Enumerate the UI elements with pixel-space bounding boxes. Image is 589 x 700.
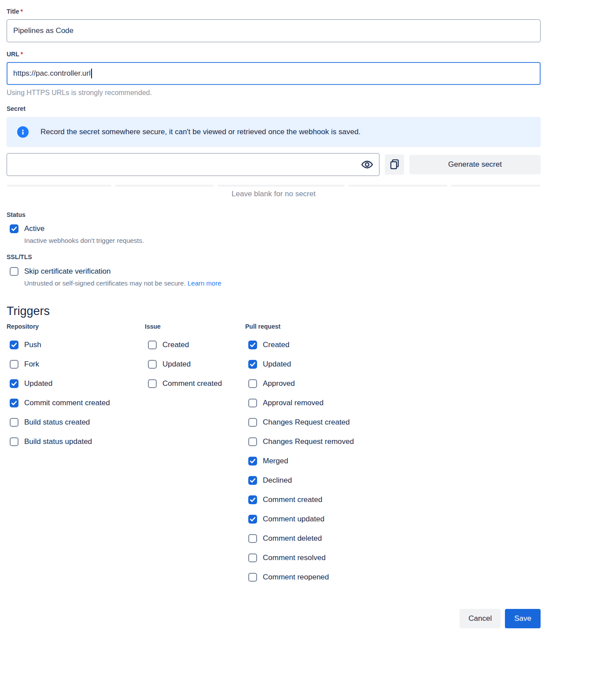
trigger-row-comment-resolved[interactable]: Comment resolved <box>245 553 541 562</box>
trigger-checkbox-push[interactable] <box>10 341 18 349</box>
trigger-checkbox-build-status-created[interactable] <box>10 418 18 427</box>
trigger-checkbox-label[interactable]: Declined <box>263 476 292 485</box>
divider-segment <box>217 185 345 187</box>
status-help-text: Inactive webhooks don't trigger requests… <box>24 237 541 244</box>
trigger-row-merged[interactable]: Merged <box>245 457 541 465</box>
required-asterisk: * <box>21 8 23 15</box>
trigger-row-approval-removed[interactable]: Approval removed <box>245 399 541 407</box>
trigger-row-approved[interactable]: Approved <box>245 379 541 388</box>
trigger-row-comment-updated[interactable]: Comment updated <box>245 515 541 524</box>
trigger-checkbox-label[interactable]: Updated <box>24 379 52 388</box>
title-label: Title* <box>7 8 541 15</box>
copy-secret-button[interactable] <box>385 154 404 175</box>
url-help-text: Using HTTPS URLs is strongly recommended… <box>7 89 541 97</box>
trigger-checkbox-label[interactable]: Updated <box>162 360 191 369</box>
trigger-checkbox-label[interactable]: Created <box>162 341 189 349</box>
trigger-checkbox-comment-reopened[interactable] <box>248 573 257 582</box>
url-label: URL* <box>7 51 541 58</box>
secret-info-banner: Record the secret somewhere secure, it c… <box>7 117 541 147</box>
title-input[interactable] <box>7 19 541 42</box>
trigger-checkbox-label[interactable]: Updated <box>263 360 291 369</box>
trigger-checkbox-label[interactable]: Comment created <box>162 379 222 388</box>
cancel-button[interactable]: Cancel <box>460 609 501 628</box>
trigger-checkbox-label[interactable]: Merged <box>263 457 288 465</box>
triggers-columns: RepositoryPushForkUpdatedCommit comment … <box>7 323 541 582</box>
trigger-checkbox-label[interactable]: Comment reopened <box>263 573 329 582</box>
trigger-checkbox-created[interactable] <box>248 341 257 349</box>
trigger-checkbox-comment-updated[interactable] <box>248 515 257 524</box>
trigger-row-updated[interactable]: Updated <box>245 360 541 369</box>
trigger-column-header: Pull request <box>245 323 541 330</box>
secret-help-text: Leave blank for no secret <box>7 190 541 198</box>
trigger-checkbox-updated[interactable] <box>10 379 18 388</box>
banner-text: Record the secret somewhere secure, it c… <box>40 128 361 136</box>
trigger-checkbox-created[interactable] <box>148 341 157 349</box>
trigger-checkbox-label[interactable]: Comment created <box>263 495 322 504</box>
trigger-row-comment-created[interactable]: Comment created <box>245 495 541 504</box>
trigger-checkbox-label[interactable]: Build status created <box>24 418 90 427</box>
trigger-checkbox-label[interactable]: Changes Request removed <box>263 437 354 446</box>
trigger-row-created[interactable]: Created <box>145 341 245 349</box>
trigger-checkbox-changes-request-created[interactable] <box>248 418 257 427</box>
secret-input[interactable] <box>7 153 379 176</box>
trigger-checkbox-comment-created[interactable] <box>148 379 157 388</box>
trigger-checkbox-label[interactable]: Created <box>263 341 289 349</box>
trigger-checkbox-label[interactable]: Comment deleted <box>263 534 322 543</box>
trigger-checkbox-merged[interactable] <box>248 457 257 465</box>
secret-row: Generate secret <box>7 153 541 176</box>
trigger-row-changes-request-removed[interactable]: Changes Request removed <box>245 437 541 446</box>
trigger-checkbox-comment-created[interactable] <box>248 495 257 504</box>
divider-row <box>7 185 541 187</box>
trigger-row-push[interactable]: Push <box>7 341 145 349</box>
trigger-checkbox-comment-deleted[interactable] <box>248 534 257 543</box>
skip-cert-checkbox-label[interactable]: Skip certificate verification <box>24 267 111 276</box>
skip-cert-checkbox[interactable] <box>10 267 18 276</box>
trigger-column-repository: RepositoryPushForkUpdatedCommit comment … <box>7 323 145 582</box>
trigger-checkbox-updated[interactable] <box>148 360 157 369</box>
trigger-checkbox-approval-removed[interactable] <box>248 399 257 407</box>
active-checkbox-row[interactable]: Active <box>7 224 541 233</box>
toggle-secret-visibility-button[interactable] <box>360 158 374 172</box>
trigger-checkbox-label[interactable]: Comment updated <box>263 515 324 524</box>
trigger-checkbox-comment-resolved[interactable] <box>248 553 257 562</box>
secret-input-wrap <box>7 153 379 176</box>
trigger-checkbox-approved[interactable] <box>248 379 257 388</box>
trigger-checkbox-label[interactable]: Approval removed <box>263 399 324 407</box>
trigger-row-declined[interactable]: Declined <box>245 476 541 485</box>
trigger-checkbox-updated[interactable] <box>248 360 257 369</box>
ssl-help-sentence: Untrusted or self-signed certificates ma… <box>24 279 186 287</box>
save-button[interactable]: Save <box>505 609 541 628</box>
skip-cert-checkbox-row[interactable]: Skip certificate verification <box>7 267 541 276</box>
trigger-checkbox-fork[interactable] <box>10 360 18 369</box>
trigger-checkbox-label[interactable]: Build status updated <box>24 437 92 446</box>
trigger-row-created[interactable]: Created <box>245 341 541 349</box>
url-input[interactable]: https://pac.controller.url <box>7 62 541 85</box>
trigger-row-commit-comment-created[interactable]: Commit comment created <box>7 399 145 407</box>
trigger-checkbox-label[interactable]: Fork <box>24 360 39 369</box>
trigger-checkbox-commit-comment-created[interactable] <box>10 399 18 407</box>
divider-segment <box>7 185 111 187</box>
generate-secret-button[interactable]: Generate secret <box>409 155 541 174</box>
trigger-checkbox-label[interactable]: Approved <box>263 379 295 388</box>
trigger-row-comment-deleted[interactable]: Comment deleted <box>245 534 541 543</box>
trigger-row-build-status-created[interactable]: Build status created <box>7 418 145 427</box>
form-actions: Cancel Save <box>7 609 541 628</box>
trigger-row-comment-created[interactable]: Comment created <box>145 379 245 388</box>
trigger-checkbox-declined[interactable] <box>248 476 257 485</box>
trigger-checkbox-build-status-updated[interactable] <box>10 437 18 446</box>
active-checkbox-label[interactable]: Active <box>24 224 44 233</box>
trigger-row-comment-reopened[interactable]: Comment reopened <box>245 573 541 582</box>
secret-label: Secret <box>7 105 541 112</box>
trigger-checkbox-label[interactable]: Commit comment created <box>24 399 110 407</box>
learn-more-link[interactable]: Learn more <box>188 279 221 287</box>
trigger-checkbox-label[interactable]: Comment resolved <box>263 553 326 562</box>
trigger-row-updated[interactable]: Updated <box>7 379 145 388</box>
active-checkbox[interactable] <box>10 224 18 233</box>
trigger-row-updated[interactable]: Updated <box>145 360 245 369</box>
trigger-checkbox-label[interactable]: Push <box>24 341 41 349</box>
trigger-row-fork[interactable]: Fork <box>7 360 145 369</box>
trigger-checkbox-label[interactable]: Changes Request created <box>263 418 350 427</box>
trigger-row-changes-request-created[interactable]: Changes Request created <box>245 418 541 427</box>
trigger-checkbox-changes-request-removed[interactable] <box>248 437 257 446</box>
trigger-row-build-status-updated[interactable]: Build status updated <box>7 437 145 446</box>
